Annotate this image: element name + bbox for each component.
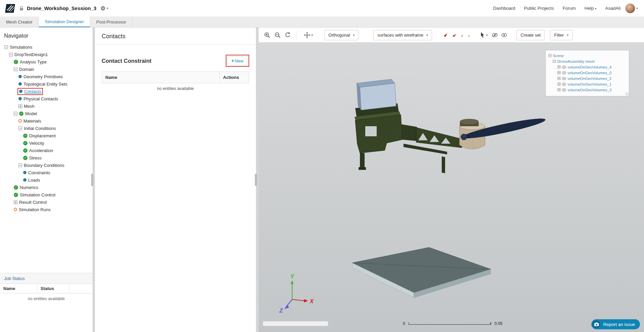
- tree-item-simulation-control[interactable]: ✓Simulation Control: [0, 191, 93, 198]
- viewport-canvas[interactable]: Y X Z − Scene −: [259, 42, 644, 332]
- app-logo-icon[interactable]: [5, 3, 16, 13]
- expand-toggle-icon[interactable]: +: [557, 71, 560, 74]
- report-issue-button[interactable]: Report an issue: [591, 319, 640, 329]
- collapse-toggle-icon[interactable]: −: [18, 127, 22, 130]
- filter-select[interactable]: Filter ▾: [550, 30, 573, 40]
- tree-item-materials[interactable]: Materials: [0, 117, 93, 125]
- orientation-plane-icon[interactable]: [459, 34, 464, 38]
- collapse-toggle-icon[interactable]: −: [4, 45, 8, 49]
- tree-item-loads[interactable]: Loads: [0, 176, 93, 184]
- visibility-eye-icon[interactable]: [562, 88, 566, 92]
- tree-item-stress[interactable]: ✓Stress: [0, 154, 93, 161]
- tree-item-initial-conditions[interactable]: −Initial Conditions: [0, 125, 93, 132]
- expand-toggle-icon[interactable]: +: [557, 88, 560, 91]
- drone-assembly-mesh[interactable]: [355, 79, 546, 173]
- scene-volume-volumeongeovolumes-0[interactable]: +volumeOnGeoVolumes_0: [548, 70, 626, 76]
- scene-volume-label[interactable]: volumeOnGeoVolumes_2: [568, 77, 611, 81]
- expand-toggle-icon[interactable]: +: [557, 65, 560, 68]
- visibility-eye-icon[interactable]: [562, 83, 566, 86]
- projection-select[interactable]: Orthogonal ▾: [324, 30, 359, 40]
- scene-volume-volumeongeovolumes-2[interactable]: +volumeOnGeoVolumes_2: [548, 76, 626, 81]
- orientation-axes: Y X Z: [279, 274, 314, 314]
- scene-volume-label[interactable]: volumeOnGeoVolumes_3: [568, 88, 611, 92]
- nav-link-public-projects[interactable]: Public Projects: [524, 6, 554, 11]
- scene-volume-volumeongeovolumes-1[interactable]: +volumeOnGeoVolumes_1: [548, 81, 626, 87]
- panel-resize-handle[interactable]: [91, 174, 93, 186]
- nav-link-help[interactable]: Help▾: [584, 6, 596, 11]
- select-tool-button[interactable]: ▾: [479, 31, 489, 39]
- orientation-plane-icon[interactable]: [466, 34, 471, 38]
- hide-selection-eye-icon[interactable]: [490, 32, 499, 39]
- job-status-empty-text: no entities available: [0, 293, 93, 332]
- create-set-button[interactable]: Create set: [517, 30, 545, 40]
- zoom-in-button[interactable]: [263, 31, 272, 40]
- collapse-toggle-icon[interactable]: −: [553, 60, 556, 63]
- tree-item-model[interactable]: −✓Model: [0, 110, 93, 117]
- pan-tool-button[interactable]: ▾: [303, 31, 314, 40]
- tree-item-contacts[interactable]: Contacts: [0, 88, 93, 95]
- tree-item-numerics[interactable]: ✓Numerics: [0, 184, 93, 191]
- visibility-eye-icon[interactable]: [562, 71, 566, 75]
- tree-item-mesh[interactable]: +Mesh: [0, 102, 93, 110]
- tree-item-domain[interactable]: −Domain: [0, 65, 93, 73]
- tree-item-droptestdesign1[interactable]: −DropTestDesign1: [0, 51, 93, 58]
- floor-plate[interactable]: [352, 247, 491, 298]
- panel-resize-handle[interactable]: [255, 174, 257, 186]
- collapse-toggle-icon[interactable]: −: [548, 54, 551, 57]
- scene-volume-label[interactable]: volumeOnGeoVolumes_1: [568, 82, 611, 86]
- expand-toggle-icon[interactable]: +: [18, 104, 22, 108]
- show-all-eye-icon[interactable]: [500, 32, 508, 39]
- scene-volume-label[interactable]: volumeOnGeoVolumes_4: [568, 65, 611, 69]
- tree-item-boundary-conditions[interactable]: −Boundary Conditions: [0, 161, 93, 169]
- scene-volume-volumeongeovolumes-3[interactable]: +volumeOnGeoVolumes_3: [548, 87, 626, 93]
- tree-item-simulation-runs[interactable]: Simulation Runs: [0, 206, 93, 213]
- collapse-toggle-icon[interactable]: −: [14, 67, 17, 71]
- refresh-view-button[interactable]: [283, 31, 292, 39]
- tree-item-acceleration[interactable]: ✓Acceleration: [0, 147, 93, 154]
- tree-item-constraints[interactable]: Constraints: [0, 169, 93, 176]
- panel-resize-corner[interactable]: [626, 93, 629, 96]
- username-label[interactable]: AsadAli: [605, 6, 621, 11]
- scene-volume-volumeongeovolumes-4[interactable]: +volumeOnGeoVolumes_4: [548, 64, 626, 70]
- project-title: Drone_Workshop_Session_3: [27, 5, 96, 11]
- collapse-toggle-icon[interactable]: −: [9, 53, 13, 56]
- tree-item-analysis-type[interactable]: ✓Analysis Type: [0, 58, 93, 65]
- nav-link-forum[interactable]: Forum: [562, 6, 576, 11]
- tab-mesh-creator[interactable]: Mesh Creator: [0, 16, 39, 27]
- expand-toggle-icon[interactable]: +: [14, 200, 17, 204]
- visibility-eye-icon[interactable]: [562, 77, 566, 80]
- viewport-scrollbar[interactable]: [263, 321, 328, 326]
- tree-item-displacement[interactable]: ✓Displacement: [0, 132, 93, 139]
- chevron-down-icon[interactable]: ▾: [636, 6, 638, 10]
- chevron-down-icon[interactable]: ▾: [107, 6, 108, 10]
- tree-item-physical-contacts[interactable]: Physical Contacts: [0, 95, 93, 102]
- tree-item-simulations[interactable]: −Simulations: [0, 43, 93, 51]
- tab-post-processor[interactable]: Post-Processor: [90, 16, 132, 27]
- scene-tree-mesh[interactable]: − DroneAssembly mesh: [548, 58, 626, 64]
- tree-item-label: Initial Conditions: [24, 126, 56, 131]
- visibility-eye-icon[interactable]: [562, 65, 566, 69]
- zoom-out-button[interactable]: [273, 31, 282, 40]
- scale-bar-line: [409, 323, 491, 325]
- tree-item-topological-entity-sets[interactable]: Topological Entity Sets: [0, 80, 93, 88]
- render-mode-select[interactable]: surfaces with wireframe ▾: [373, 30, 432, 40]
- expand-toggle-icon[interactable]: +: [557, 77, 560, 80]
- project-settings-gear-icon[interactable]: ⚙: [100, 5, 105, 12]
- tree-item-geometry-primitives[interactable]: Geometry Primitives: [0, 73, 93, 80]
- tab-simulation-designer[interactable]: Simulation Designer: [39, 16, 90, 27]
- viewport-toolbar: ▾ Orthogonal ▾ surfaces with wireframe ▾: [259, 28, 644, 42]
- collapse-toggle-icon[interactable]: −: [18, 163, 22, 167]
- avatar[interactable]: [625, 3, 635, 13]
- orientation-plane-icon[interactable]: [450, 33, 457, 38]
- nav-link-dashboard[interactable]: Dashboard: [493, 6, 515, 11]
- job-status-title: Job Status: [0, 273, 93, 284]
- orientation-plane-icon[interactable]: [441, 32, 448, 38]
- expand-toggle-icon[interactable]: +: [557, 83, 560, 86]
- collapse-toggle-icon[interactable]: −: [14, 112, 17, 115]
- tree-item-velocity[interactable]: ✓Velocity: [0, 139, 93, 147]
- scene-volume-label[interactable]: volumeOnGeoVolumes_0: [568, 71, 611, 75]
- scene-tree-root[interactable]: − Scene: [548, 53, 626, 58]
- tree-item-result-control[interactable]: +Result Control: [0, 198, 93, 206]
- job-status-col-status: Status: [37, 284, 69, 293]
- new-contact-button[interactable]: +New: [227, 56, 248, 65]
